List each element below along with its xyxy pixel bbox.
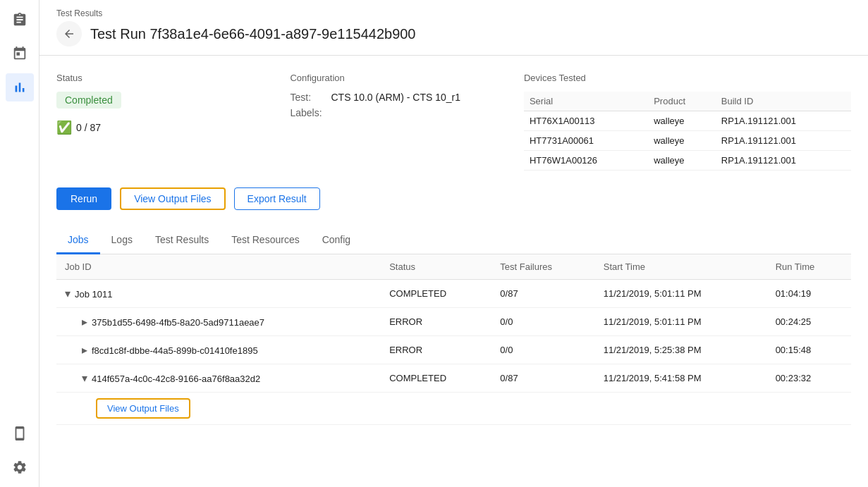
device-build: RP1A.191121.001 — [716, 151, 851, 171]
main-content: Test Results Test Run 7f38a1e4-6e66-4091… — [39, 0, 868, 487]
job-failures: 0/0 — [491, 308, 594, 336]
job-run: 00:15:48 — [767, 336, 851, 364]
devices-col-build: Build ID — [716, 92, 851, 111]
view-output-inline-button[interactable]: View Output Files — [96, 398, 190, 419]
jobs-col-id: Job ID — [56, 254, 381, 280]
tab-test-resources[interactable]: Test Resources — [220, 227, 310, 254]
jobs-table-row: ▾414f657a-4c0c-42c8-9166-aa76f8aa32d2 CO… — [56, 364, 851, 393]
sidebar — [0, 0, 39, 487]
jobs-col-run: Run Time — [767, 254, 851, 280]
devices-row: HT76X1A00113 walleye RP1A.191121.001 — [524, 111, 851, 131]
content-area: Status Completed ✅ 0 / 87 Configuration … — [39, 56, 868, 487]
job-failures: 0/0 — [491, 336, 594, 364]
jobs-col-status: Status — [381, 254, 491, 280]
jobs-table-row: ▸f8cd1c8f-dbbe-44a5-899b-c01410fe1895 ER… — [56, 336, 851, 364]
config-test-val: CTS 10.0 (ARM) - CTS 10_r1 — [331, 92, 460, 103]
job-id: ▾Job 1011 — [56, 280, 381, 308]
job-id-text: Job 1011 — [75, 289, 113, 300]
title-row: Test Run 7f38a1e4-6e66-4091-a897-9e11544… — [56, 21, 851, 55]
back-button[interactable] — [56, 21, 82, 47]
rerun-button[interactable]: Rerun — [56, 187, 111, 210]
jobs-table-row: ▸375b1d55-6498-4fb5-8a20-5ad9711aeae7 ER… — [56, 308, 851, 336]
tab-logs[interactable]: Logs — [100, 227, 144, 254]
pass-count: ✅ 0 / 87 — [56, 120, 290, 135]
job-run: 00:23:32 — [767, 364, 851, 393]
jobs-table-row: ▾Job 1011 COMPLETED 0/87 11/21/2019, 5:0… — [56, 280, 851, 308]
view-output-button[interactable]: View Output Files — [120, 187, 225, 210]
expand-icon[interactable]: ▸ — [82, 316, 87, 328]
devices-col-serial: Serial — [524, 92, 648, 111]
job-id-text: 414f657a-4c0c-42c8-9166-aa76f8aa32d2 — [92, 374, 260, 384]
job-status: COMPLETED — [381, 280, 491, 308]
devices-table: Serial Product Build ID HT76X1A00113 wal… — [524, 92, 851, 171]
tabs: JobsLogsTest ResultsTest ResourcesConfig — [56, 227, 851, 254]
status-badge: Completed — [56, 92, 121, 109]
status-block: Status Completed ✅ 0 / 87 — [56, 73, 290, 135]
devices-row: HT7731A00061 walleye RP1A.191121.001 — [524, 131, 851, 151]
device-serial: HT7731A00061 — [524, 131, 648, 151]
expand-icon[interactable]: ▾ — [65, 288, 71, 300]
info-section: Status Completed ✅ 0 / 87 Configuration … — [56, 73, 851, 171]
breadcrumb: Test Results — [56, 8, 851, 18]
config-label: Configuration — [290, 73, 523, 83]
view-output-cell: View Output Files — [56, 393, 851, 425]
phone-icon[interactable] — [6, 419, 34, 448]
config-test-row: Test: CTS 10.0 (ARM) - CTS 10_r1 — [290, 92, 523, 103]
status-label: Status — [56, 73, 290, 83]
devices-row: HT76W1A00126 walleye RP1A.191121.001 — [524, 151, 851, 171]
job-status: ERROR — [381, 308, 491, 336]
config-labels-row: Labels: — [290, 107, 523, 118]
device-product: walleye — [648, 151, 716, 171]
devices-col-product: Product — [648, 92, 716, 111]
view-output-row: View Output Files — [56, 393, 851, 425]
tab-test-results[interactable]: Test Results — [144, 227, 220, 254]
job-id: ▸375b1d55-6498-4fb5-8a20-5ad9711aeae7 — [56, 308, 381, 336]
gear-icon[interactable] — [6, 453, 34, 481]
job-start: 11/21/2019, 5:01:11 PM — [595, 308, 767, 336]
config-test-key: Test: — [290, 92, 325, 103]
job-status: ERROR — [381, 336, 491, 364]
pass-count-value: 0 / 87 — [76, 122, 101, 133]
jobs-col-failures: Test Failures — [491, 254, 594, 280]
calendar-icon[interactable] — [6, 39, 34, 68]
header: Test Results Test Run 7f38a1e4-6e66-4091… — [39, 0, 868, 56]
job-start: 11/21/2019, 5:25:38 PM — [595, 336, 767, 364]
job-run: 00:24:25 — [767, 308, 851, 336]
job-id-text: 375b1d55-6498-4fb5-8a20-5ad9711aeae7 — [92, 317, 264, 328]
config-block: Configuration Test: CTS 10.0 (ARM) - CTS… — [290, 73, 523, 123]
config-labels-key: Labels: — [290, 107, 325, 118]
device-build: RP1A.191121.001 — [716, 111, 851, 131]
tab-config[interactable]: Config — [311, 227, 362, 254]
job-start: 11/21/2019, 5:41:58 PM — [595, 364, 767, 393]
jobs-table: Job ID Status Test Failures Start Time R… — [56, 254, 851, 425]
job-status: COMPLETED — [381, 364, 491, 393]
device-build: RP1A.191121.001 — [716, 131, 851, 151]
page-title: Test Run 7f38a1e4-6e66-4091-a897-9e11544… — [90, 26, 416, 42]
job-failures: 0/87 — [491, 280, 594, 308]
devices-block: Devices Tested Serial Product Build ID H… — [524, 73, 851, 171]
devices-label: Devices Tested — [524, 73, 851, 83]
job-id: ▾414f657a-4c0c-42c8-9166-aa76f8aa32d2 — [56, 364, 381, 393]
jobs-col-start: Start Time — [595, 254, 767, 280]
job-id: ▸f8cd1c8f-dbbe-44a5-899b-c01410fe1895 — [56, 336, 381, 364]
job-id-text: f8cd1c8f-dbbe-44a5-899b-c01410fe1895 — [92, 345, 258, 356]
job-failures: 0/87 — [491, 364, 594, 393]
expand-icon[interactable]: ▾ — [82, 372, 87, 384]
device-product: walleye — [648, 131, 716, 151]
chart-icon[interactable] — [6, 73, 34, 101]
job-run: 01:04:19 — [767, 280, 851, 308]
tab-jobs[interactable]: Jobs — [56, 227, 100, 254]
job-start: 11/21/2019, 5:01:11 PM — [595, 280, 767, 308]
device-serial: HT76X1A00113 — [524, 111, 648, 131]
device-product: walleye — [648, 111, 716, 131]
expand-icon[interactable]: ▸ — [82, 344, 87, 356]
clipboard-icon[interactable] — [6, 6, 34, 34]
action-row: Rerun View Output Files Export Result — [56, 187, 851, 210]
device-serial: HT76W1A00126 — [524, 151, 648, 171]
check-circle-icon: ✅ — [56, 120, 72, 135]
export-button[interactable]: Export Result — [234, 187, 320, 210]
